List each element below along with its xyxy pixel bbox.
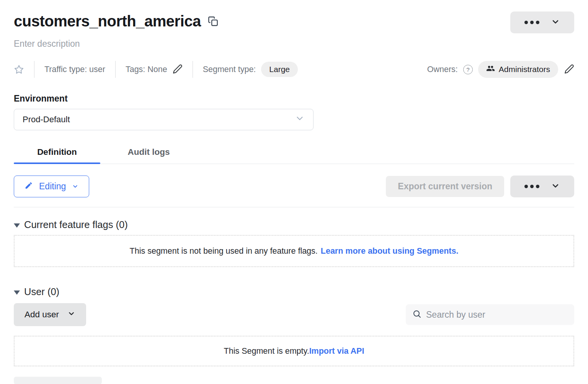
definition-toolbar: Editing Export current version [14,176,574,197]
segment-empty-state: This Segment is empty.Import via API [14,336,574,366]
page-header: customers_north_america [14,11,574,33]
toolbar-more-actions-button[interactable] [510,176,574,197]
add-user-button[interactable]: Add user [14,303,86,326]
pencil-icon [564,64,574,75]
tab-bar: Definition Audit logs [14,147,574,164]
favorite-star-icon[interactable] [14,64,24,75]
export-current-version-button[interactable]: Export current version [386,176,504,197]
owners-badge[interactable]: Administrators [478,61,558,78]
segment-type-badge: Large [261,62,298,77]
ellipsis-icon [524,185,539,188]
owners-value: Administrators [499,65,550,74]
user-search [406,304,574,325]
description-placeholder[interactable]: Enter description [14,39,574,49]
collapse-triangle-icon [14,223,20,228]
owners-label: Owners: [427,65,458,74]
divider [115,61,116,78]
divider [193,61,193,78]
header-more-actions-button[interactable] [510,11,574,33]
learn-more-link[interactable]: Learn more about using Segments. [321,246,459,256]
search-icon [412,309,421,320]
chevron-down-icon [72,183,78,190]
feature-flags-heading: Current feature flags (0) [24,219,128,230]
edit-tags-button[interactable] [173,64,183,75]
add-user-label: Add user [24,310,59,320]
ellipsis-icon [524,21,539,24]
traffic-type-label: Traffic type: user [44,65,105,74]
editing-status-button[interactable]: Editing [14,176,89,197]
feature-flags-empty-text: This segment is not being used in any fe… [130,246,318,256]
page-title: customers_north_america [14,11,201,31]
copy-name-icon[interactable] [208,16,218,26]
feature-flags-empty-state: This segment is not being used in any fe… [14,235,574,267]
environment-label: Environment [14,94,574,104]
tab-definition[interactable]: Definition [14,147,100,164]
collapse-triangle-icon [14,290,20,295]
environment-selected-value: Prod-Default [23,115,70,125]
group-icon [486,64,495,75]
cutoff-element [14,377,102,384]
user-section-header[interactable]: User (0) [14,286,574,297]
editing-label: Editing [39,181,66,192]
pencil-icon [24,181,33,192]
tags-label: Tags: None [126,65,167,74]
pencil-icon [173,64,183,75]
chevron-down-icon [295,113,305,126]
chevron-down-icon [67,310,75,320]
chevron-down-icon [551,17,560,28]
segment-type-label: Segment type: [203,65,256,74]
user-controls-row: Add user [14,303,574,326]
divider [34,61,34,78]
feature-flags-section-header[interactable]: Current feature flags (0) [14,219,574,230]
help-question-icon[interactable]: ? [463,65,473,74]
meta-row: Traffic type: user Tags: None Segment ty… [14,61,574,78]
search-by-user-input[interactable] [426,310,568,320]
edit-owners-button[interactable] [564,64,574,75]
divider [14,207,574,207]
user-heading: User (0) [24,286,59,297]
chevron-down-icon [551,181,560,192]
import-via-api-link[interactable]: Import via API [309,346,364,356]
tab-audit-logs[interactable]: Audit logs [100,147,197,164]
environment-select[interactable]: Prod-Default [14,109,314,130]
segment-empty-text: This Segment is empty. [224,346,309,356]
